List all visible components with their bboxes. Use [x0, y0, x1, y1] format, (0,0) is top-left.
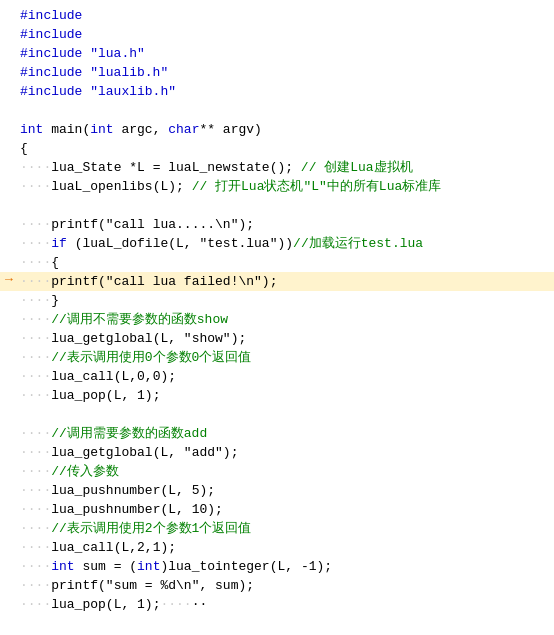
code-line: ····lua_getglobal(L, "add");	[0, 443, 554, 462]
line-text: ····lua_pop(L, 1);······	[18, 595, 554, 614]
code-line: ····lua_pop(L, 1);	[0, 386, 554, 405]
line-text: ····printf("call lua failed!\n");	[18, 272, 554, 291]
code-line: #include "lua.h"	[0, 44, 554, 63]
line-text	[18, 614, 554, 633]
code-line: ····lua_call(L,2,1);	[0, 538, 554, 557]
line-text: ····lua_call(L,2,1);	[18, 538, 554, 557]
line-text: ····{	[18, 253, 554, 272]
code-line: →····printf("call lua failed!\n");	[0, 272, 554, 291]
code-editor: #include #include #include "lua.h"#inclu…	[0, 0, 554, 635]
code-line: {	[0, 139, 554, 158]
line-text: ····//调用不需要参数的函数show	[18, 310, 554, 329]
line-text: ····if (luaL_dofile(L, "test.lua"))//加载运…	[18, 234, 554, 253]
code-line: ····{	[0, 253, 554, 272]
line-text: ····lua_getglobal(L, "add");	[18, 443, 554, 462]
line-text: ····//表示调用使用2个参数1个返回值	[18, 519, 554, 538]
code-line: ····lua_State *L = luaL_newstate(); // 创…	[0, 158, 554, 177]
arrow-indicator: →	[0, 272, 18, 287]
line-text: #include "lualib.h"	[18, 63, 554, 82]
line-text: ····//传入参数	[18, 462, 554, 481]
line-text: #include "lua.h"	[18, 44, 554, 63]
line-text: ····lua_pushnumber(L, 10);	[18, 500, 554, 519]
code-line: #include	[0, 6, 554, 25]
line-text: #include "lauxlib.h"	[18, 82, 554, 101]
code-line: ····//调用需要参数的函数add	[0, 424, 554, 443]
code-line: ····lua_pop(L, 1);······	[0, 595, 554, 614]
code-line: ····lua_getglobal(L, "show");	[0, 329, 554, 348]
line-text: ····//表示调用使用0个参数0个返回值	[18, 348, 554, 367]
line-text: ····}	[18, 291, 554, 310]
line-text: ····int sum = (int)lua_tointeger(L, -1);	[18, 557, 554, 576]
code-line: ····printf("call lua.....\n");	[0, 215, 554, 234]
code-line: int main(int argc, char** argv)	[0, 120, 554, 139]
line-text: ····lua_pop(L, 1);	[18, 386, 554, 405]
code-line: ····//传入参数	[0, 462, 554, 481]
code-line: ····lua_pushnumber(L, 5);	[0, 481, 554, 500]
line-text: ····luaL_openlibs(L); // 打开Lua状态机"L"中的所有…	[18, 177, 554, 196]
line-text: ····lua_call(L,0,0);	[18, 367, 554, 386]
code-line: ····//表示调用使用2个参数1个返回值	[0, 519, 554, 538]
code-line: ····//表示调用使用0个参数0个返回值	[0, 348, 554, 367]
code-line: #include "lualib.h"	[0, 63, 554, 82]
code-line: ····if (luaL_dofile(L, "test.lua"))//加载运…	[0, 234, 554, 253]
code-line: ····luaL_openlibs(L); // 打开Lua状态机"L"中的所有…	[0, 177, 554, 196]
line-text: ····lua_getglobal(L, "show");	[18, 329, 554, 348]
code-line: ····printf("sum = %d\n", sum);	[0, 576, 554, 595]
code-line: ····//调用不需要参数的函数show	[0, 310, 554, 329]
code-line: ····lua_call(L,0,0);	[0, 367, 554, 386]
code-line: #include "lauxlib.h"	[0, 82, 554, 101]
line-text: int main(int argc, char** argv)	[18, 120, 554, 139]
code-line: ····int sum = (int)lua_tointeger(L, -1);	[0, 557, 554, 576]
line-text: #include	[18, 25, 554, 44]
line-text: {	[18, 139, 554, 158]
code-line: ····}	[0, 291, 554, 310]
code-line	[0, 101, 554, 120]
code-line	[0, 196, 554, 215]
code-line	[0, 405, 554, 424]
code-line: ····lua_pushnumber(L, 10);	[0, 500, 554, 519]
line-text: ····printf("sum = %d\n", sum);	[18, 576, 554, 595]
line-text: ····lua_State *L = luaL_newstate(); // 创…	[18, 158, 554, 177]
code-line: #include	[0, 25, 554, 44]
line-text: ····lua_pushnumber(L, 5);	[18, 481, 554, 500]
line-text	[18, 405, 554, 424]
line-text: #include	[18, 6, 554, 25]
line-text	[18, 101, 554, 120]
line-text: ····printf("call lua.....\n");	[18, 215, 554, 234]
line-text	[18, 196, 554, 215]
code-line	[0, 614, 554, 633]
line-text: ····//调用需要参数的函数add	[18, 424, 554, 443]
